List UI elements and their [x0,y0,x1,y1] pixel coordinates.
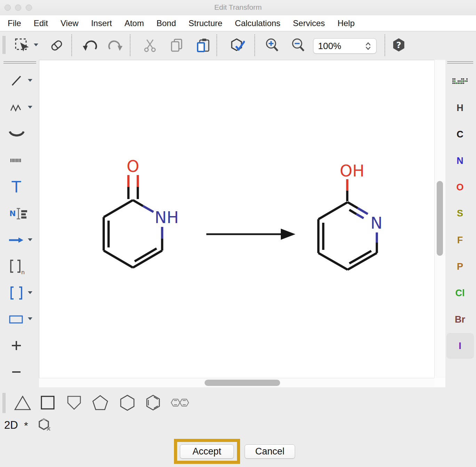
pentagon-ring-icon [91,393,110,412]
repeat-group-bracket-icon: n [8,258,24,275]
menu-item-bond[interactable]: Bond [157,18,176,28]
cut-button[interactable] [142,38,158,53]
atom-label-tool-button[interactable]: N [8,206,29,222]
hashed-line-tool-button[interactable] [8,152,24,168]
dimension-toggle[interactable]: 2D [4,419,18,432]
bracket-icon [9,285,23,301]
template-cyclobutane-button[interactable] [38,392,57,413]
bond-dropdown-caret[interactable] [28,79,33,82]
atom-label-icon: N [9,206,29,221]
copy-button[interactable] [169,38,184,53]
redo-button[interactable] [108,38,124,53]
select-tool-dropdown-caret[interactable] [34,43,38,47]
element-C-button[interactable]: C [445,126,475,142]
menu-item-services[interactable]: Services [293,18,325,28]
element-Br-button[interactable]: Br [445,311,475,327]
menu-bar: File Edit View Insert Atom Bond Structur… [0,15,476,31]
repeat-group-bracket-tool-button[interactable]: n [8,259,24,275]
template-benzene-button[interactable] [143,392,163,413]
text-tool-icon: T [9,179,23,195]
chain-tool-button[interactable] [8,100,24,116]
template-cyclopentane-down-button[interactable] [64,392,84,413]
redo-icon [108,38,124,53]
menu-item-help[interactable]: Help [338,18,355,28]
square-ring-icon [38,393,57,412]
undo-button[interactable] [82,38,97,53]
periodic-table-button[interactable] [445,75,475,91]
reaction-arrow[interactable] [206,229,295,240]
palette-grip[interactable] [3,61,36,64]
zoom-in-button[interactable] [264,38,280,53]
select-rect-lasso-icon [14,38,29,53]
toolbar-grip[interactable] [3,36,5,54]
left-tool-palette: T N n [0,59,39,388]
menu-item-insert[interactable]: Insert [91,18,112,28]
reactant-oxygen-label[interactable]: O [127,157,139,176]
element-P-label: P [457,261,463,272]
reaction-arrow-tool-button[interactable] [8,232,24,248]
element-H-button[interactable]: H [445,100,475,116]
element-F-label: F [457,235,463,246]
element-N-button[interactable]: N [445,153,475,169]
vertical-scrollbar-thumb[interactable] [437,181,443,256]
reactant-molecule[interactable]: O NH [104,157,179,268]
check-structure-button[interactable] [230,38,245,53]
template-naphthalene-button[interactable] [170,392,189,413]
vertical-scrollbar[interactable] [434,60,445,378]
horizontal-scrollbar[interactable] [39,378,434,387]
arc-icon [8,128,24,140]
element-I-button[interactable]: I [445,338,475,354]
chevron-down-icon [366,47,371,50]
menu-item-atom[interactable]: Atom [125,18,144,28]
palette-grip[interactable] [447,61,473,64]
reaction-arrow-icon [8,233,24,247]
product-hydroxyl-label[interactable]: OH [340,161,365,180]
increase-charge-button[interactable] [8,338,24,354]
zoom-out-icon [291,38,306,53]
select-tool-button[interactable] [14,38,29,53]
template-cyclopropane-button[interactable] [13,392,32,413]
paste-button[interactable] [196,38,211,53]
decrease-charge-button[interactable] [8,364,24,380]
zoom-level-stepper[interactable] [363,42,376,50]
rectangle-dropdown-caret[interactable] [28,317,33,321]
product-molecule[interactable]: OH N [318,161,382,270]
horizontal-scrollbar-thumb[interactable] [205,380,280,386]
toolbar-separator [254,34,255,56]
template-cyclopentane-button[interactable] [90,392,110,413]
zoom-out-button[interactable] [291,38,306,53]
zoom-level-combobox[interactable]: 100% [313,38,376,54]
reactant-nh-label[interactable]: NH [155,208,179,227]
benzene-ring-icon [144,393,162,412]
accept-button[interactable]: Accept [180,444,234,459]
structure-canvas[interactable]: O NH [39,60,434,378]
product-nitrogen-label[interactable]: N [371,214,382,232]
menu-item-structure[interactable]: Structure [189,18,222,28]
abbreviated-group-button[interactable] [38,418,53,433]
arrow-dropdown-caret[interactable] [28,238,33,242]
help-button[interactable]: ? [391,38,406,53]
any-atom-button[interactable]: * [24,420,28,432]
template-toolbar-grip[interactable] [3,393,5,413]
element-O-button[interactable]: O [445,179,475,195]
element-P-button[interactable]: P [445,259,475,275]
element-F-button[interactable]: F [445,232,475,248]
chain-dropdown-caret[interactable] [28,106,33,109]
cancel-button[interactable]: Cancel [245,444,295,459]
menu-item-view[interactable]: View [61,18,79,28]
element-Br-label: Br [455,314,465,325]
eraser-button[interactable] [49,38,64,53]
element-Cl-button[interactable]: Cl [445,285,475,301]
rectangle-tool-button[interactable] [8,311,24,327]
bracket-dropdown-caret[interactable] [28,291,33,295]
arc-tool-button[interactable] [8,126,24,142]
periodic-table-icon [452,78,468,87]
menu-item-file[interactable]: File [8,18,21,28]
template-cyclohexane-button[interactable] [118,392,137,413]
text-tool-button[interactable]: T [8,179,24,195]
menu-item-edit[interactable]: Edit [34,18,48,28]
bracket-tool-button[interactable] [8,285,24,301]
single-bond-tool-button[interactable] [8,73,24,89]
menu-item-calculations[interactable]: Calculations [235,18,280,28]
element-S-button[interactable]: S [445,205,475,221]
